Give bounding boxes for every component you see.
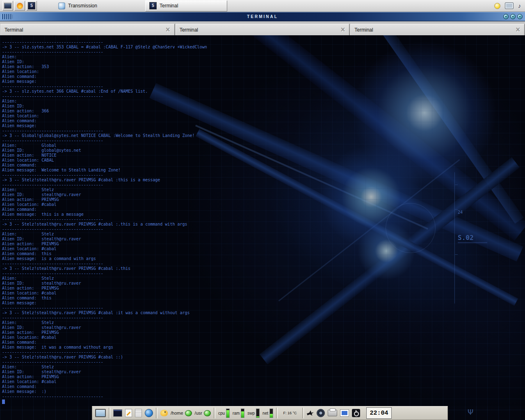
terminal-window-icon[interactable] bbox=[113, 409, 122, 417]
ram-meter-bar bbox=[241, 409, 244, 418]
taskbar-task-transmission[interactable]: Transmission bbox=[55, 1, 138, 11]
power-icon[interactable] bbox=[352, 409, 360, 417]
terminal-line: Alien action: NOTICE bbox=[2, 153, 525, 158]
terminal-line: ----------------------------------------… bbox=[2, 183, 525, 187]
cpu-meter-bar bbox=[226, 409, 230, 418]
task-terminal-label: Terminal bbox=[160, 3, 178, 9]
transmission-icon bbox=[58, 2, 65, 9]
swp-meter-bar bbox=[256, 409, 260, 418]
terminal-icon: 5 bbox=[28, 2, 35, 9]
terminal-line: -> 3 -- slz.sytes.net 353 CABAL = #cabal… bbox=[2, 45, 525, 50]
terminal-line: Alien message: it was a command without … bbox=[2, 345, 525, 350]
terminal-line: Alien ID: bbox=[2, 59, 525, 64]
system-tray: ♪ bbox=[494, 2, 523, 9]
terminal-line: ----------------------------------------… bbox=[2, 360, 525, 365]
terminal-line: -> 3 -- Stelz!stealth@ru.raver PRIVMSG #… bbox=[2, 310, 525, 315]
home-shortcut-label: /home bbox=[171, 411, 183, 415]
tab-terminal-1[interactable]: Terminal × bbox=[0, 24, 175, 35]
usr-arrow-icon bbox=[204, 410, 211, 416]
top-taskbar: 5 Transmission 5 Terminal ♪ bbox=[0, 0, 525, 12]
maximize-button[interactable] bbox=[510, 14, 516, 19]
taskbar-button-3[interactable]: 5 bbox=[26, 1, 37, 11]
window-titlebar[interactable]: TERMINAL bbox=[0, 12, 525, 21]
panel-separator bbox=[156, 408, 158, 418]
ram-meter: ram bbox=[233, 409, 244, 418]
terminal-line: Alien: Stelz bbox=[2, 276, 525, 281]
panel-separator bbox=[302, 408, 304, 418]
home-shortcut[interactable]: /home bbox=[171, 410, 192, 416]
panel-separator bbox=[109, 408, 110, 418]
shade-button[interactable] bbox=[503, 14, 509, 19]
globe-icon[interactable] bbox=[145, 409, 153, 417]
terminal-line: Alien location: #cabal bbox=[2, 335, 525, 340]
cpu-meter-label: cpu bbox=[218, 411, 225, 415]
task-transmission-label: Transmission bbox=[68, 3, 97, 9]
cd-icon[interactable] bbox=[317, 409, 325, 417]
terminal-line: Alien command: bbox=[2, 207, 525, 212]
close-icon[interactable]: × bbox=[515, 27, 520, 33]
taskbar-button-1[interactable] bbox=[2, 1, 13, 11]
tab-terminal-3[interactable]: Terminal × bbox=[350, 24, 525, 35]
taskbar-button-2[interactable] bbox=[14, 1, 25, 11]
mascot-icon[interactable] bbox=[160, 410, 168, 416]
net-meter-label: net bbox=[262, 411, 268, 415]
home-arrow-icon bbox=[185, 410, 192, 416]
terminal-cursor bbox=[2, 399, 5, 404]
terminal-line: ----------------------------------------… bbox=[2, 173, 525, 178]
tab-terminal-2[interactable]: Terminal × bbox=[176, 24, 350, 35]
window-title: TERMINAL bbox=[0, 12, 525, 21]
terminal-line: Alien location: CABAL bbox=[2, 158, 525, 163]
usr-shortcut-label: /usr bbox=[195, 411, 202, 415]
display-icon[interactable] bbox=[340, 409, 349, 417]
cpu-meter: cpu bbox=[218, 409, 230, 418]
printer-icon[interactable] bbox=[328, 410, 337, 416]
bird-icon[interactable] bbox=[307, 411, 314, 416]
bottom-strip: /home /usr cpu ram swp net bbox=[0, 406, 525, 420]
documents-icon[interactable] bbox=[135, 409, 142, 417]
terminal-line: Alien message: :) bbox=[2, 389, 525, 394]
tab-label: Terminal bbox=[354, 27, 373, 33]
close-button[interactable] bbox=[517, 14, 523, 19]
temperature-readout: F: 16 °C bbox=[281, 411, 299, 415]
clock: 22:04 bbox=[366, 407, 392, 419]
terminal-line: Alien location: #cabal bbox=[2, 247, 525, 251]
terminal-line: ----------------------------------------… bbox=[2, 40, 525, 45]
terminal-line: Alien action: PRIVMSG bbox=[2, 330, 525, 335]
terminal-line: Alien command: this bbox=[2, 251, 525, 256]
terminal-line: ----------------------------------------… bbox=[2, 50, 525, 55]
terminal-line: -> 3 -- Stelz!stealth@ru.raver PRIVMSG #… bbox=[2, 266, 525, 271]
terminal-line: ----------------------------------------… bbox=[2, 261, 525, 266]
monitor-icon[interactable] bbox=[95, 409, 106, 417]
notepad-icon[interactable] bbox=[125, 409, 132, 417]
terminal-line: Alien message: bbox=[2, 79, 525, 84]
terminal-line: Alien message: bbox=[2, 301, 525, 306]
terminal-line: Alien ID: stealth@ru.raver bbox=[2, 281, 525, 286]
screen-icon bbox=[4, 3, 11, 9]
terminal-line: Alien: Stelz bbox=[2, 320, 525, 325]
terminal-line: Alien: bbox=[2, 55, 525, 59]
net-meter: net bbox=[262, 409, 273, 418]
terminal-line: -> 3 -- Global!global@sytes.net NOTICE C… bbox=[2, 133, 525, 138]
terminal-output[interactable]: ----------------------------------------… bbox=[0, 35, 525, 406]
ram-meter-label: ram bbox=[233, 411, 240, 415]
display-icon[interactable] bbox=[505, 2, 514, 9]
music-note-icon[interactable]: ♪ bbox=[518, 3, 521, 9]
terminal-line: ----------------------------------------… bbox=[2, 94, 525, 99]
usr-shortcut[interactable]: /usr bbox=[195, 410, 211, 416]
lightbulb-icon[interactable] bbox=[494, 3, 500, 9]
swp-meter: swp bbox=[247, 409, 260, 418]
taskbar-task-terminal[interactable]: 5 Terminal bbox=[145, 0, 227, 11]
bottom-panel: /home /usr cpu ram swp net bbox=[92, 406, 448, 420]
terminal-line: Alien ID: stealth@ru.raver bbox=[2, 237, 525, 242]
close-icon[interactable]: × bbox=[165, 27, 171, 33]
panel-separator bbox=[214, 408, 215, 418]
terminal-line: Alien ID: global@sytes.net bbox=[2, 148, 525, 153]
terminal-line: Alien: Stelz bbox=[2, 365, 525, 370]
terminal-line: ----------------------------------------… bbox=[2, 315, 525, 320]
terminal-line: Alien: Global bbox=[2, 143, 525, 148]
terminal-line: Alien action: 366 bbox=[2, 109, 525, 114]
terminal-line: Alien action: PRIVMSG bbox=[2, 242, 525, 247]
close-icon[interactable]: × bbox=[340, 27, 346, 33]
terminal-line: ----------------------------------------… bbox=[2, 271, 525, 276]
terminal-line: Alien location: bbox=[2, 69, 525, 74]
